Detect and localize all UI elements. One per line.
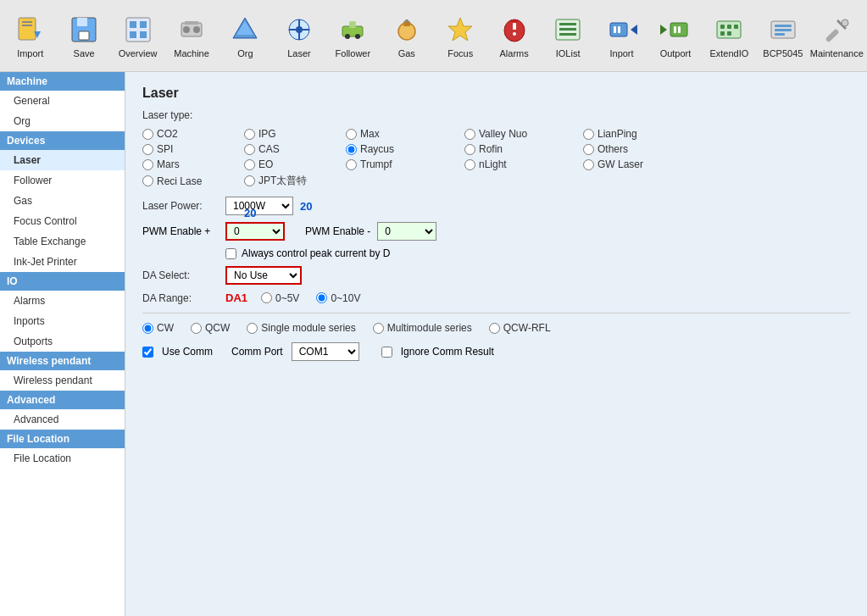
radio-ipg[interactable]: IPG (244, 128, 346, 140)
machine-button[interactable]: Machine (164, 3, 218, 69)
sidebar-item-follower[interactable]: Follower (0, 170, 125, 191)
sidebar-item-general[interactable]: General (0, 91, 125, 111)
svg-rect-10 (130, 31, 136, 38)
laser-button[interactable]: Laser (272, 3, 325, 69)
svg-rect-53 (775, 25, 792, 27)
sidebar-item-table-exchange[interactable]: Table Exchange (0, 231, 125, 252)
bcp5045-button[interactable]: BCP5045 (756, 3, 809, 69)
svg-rect-0 (19, 18, 36, 40)
maintenance-button[interactable]: Maintenance (810, 3, 864, 69)
pwm-enable-minus-select[interactable]: 012 (377, 222, 436, 241)
svg-rect-9 (140, 21, 147, 28)
radio-valleynuo[interactable]: Valley Nuo (464, 128, 583, 140)
sidebar-item-inports[interactable]: Inports (0, 311, 125, 331)
svg-point-32 (513, 32, 516, 36)
radio-others[interactable]: Others (583, 143, 685, 155)
extendio-button[interactable]: ExtendIO (703, 3, 756, 69)
svg-point-25 (355, 34, 360, 39)
maintenance-icon (820, 13, 853, 47)
radio-eo[interactable]: EO (244, 158, 346, 170)
comm-port-select[interactable]: COM1COM2COM3COM4 (292, 342, 359, 361)
sidebar-item-outports[interactable]: Outports (0, 331, 125, 352)
pwm-enable-plus-select[interactable]: 012 (225, 222, 285, 241)
sidebar-item-inkjet-printer[interactable]: Ink-Jet Printer (0, 252, 125, 272)
radio-qcw[interactable]: QCW (191, 322, 230, 334)
focus-button[interactable]: Focus (434, 3, 487, 69)
laser-power-select[interactable]: 1000W500W1500W2000W3000W (225, 197, 293, 215)
svg-rect-33 (511, 19, 518, 22)
import-button[interactable]: Import (3, 3, 57, 69)
outport-icon (659, 13, 692, 47)
follower-label: Follower (336, 48, 371, 58)
radio-max[interactable]: Max (346, 128, 464, 140)
overview-button[interactable]: Overview (111, 3, 164, 69)
radio-spi[interactable]: SPI (142, 143, 244, 155)
use-comm-checkbox[interactable] (142, 347, 153, 358)
ignore-comm-checkbox[interactable] (381, 347, 392, 358)
sidebar-section-advanced: Advanced (0, 391, 125, 409)
svg-rect-31 (513, 23, 516, 30)
radio-0-5v[interactable]: 0~5V (261, 292, 299, 304)
org-button[interactable]: Org (219, 3, 272, 69)
sidebar-item-focus-control[interactable]: Focus Control (0, 211, 125, 231)
da-select-row: DA Select: No UseDA1DA2 (142, 266, 850, 285)
mode-row: CW QCW Single module series Multimodule … (142, 322, 850, 334)
svg-rect-11 (140, 31, 147, 38)
radio-raycus[interactable]: Raycus (346, 143, 464, 155)
svg-rect-56 (825, 29, 840, 43)
radio-co2[interactable]: CO2 (142, 128, 244, 140)
da-select-select[interactable]: No UseDA1DA2 (225, 266, 302, 285)
svg-rect-47 (720, 25, 725, 29)
radio-multimodule[interactable]: Multimodule series (373, 322, 472, 334)
svg-rect-37 (559, 33, 576, 36)
sidebar-item-wireless-pendant[interactable]: Wireless pendant (0, 370, 125, 391)
page-title: Laser (142, 86, 850, 101)
import-label: Import (17, 48, 43, 58)
sidebar-item-advanced[interactable]: Advanced (0, 409, 125, 430)
radio-gwlaser[interactable]: GW Laser (583, 158, 685, 170)
radio-mars[interactable]: Mars (142, 158, 244, 170)
inport-icon (605, 13, 639, 47)
radio-qcw-rfl[interactable]: QCW-RFL (489, 322, 551, 334)
radio-nlight[interactable]: nLight (464, 158, 583, 170)
follower-button[interactable]: Follower (326, 3, 380, 69)
gas-label: Gas (398, 48, 415, 58)
radio-recilase[interactable]: Reci Lase (142, 174, 244, 188)
inport-button[interactable]: Inport (595, 3, 648, 69)
pwm-enable-minus-label: PWM Enable - (305, 225, 370, 237)
radio-cw[interactable]: CW (142, 322, 174, 334)
svg-rect-44 (674, 26, 676, 33)
sidebar-item-gas[interactable]: Gas (0, 191, 125, 211)
laser-power-label: Laser Power: (142, 200, 219, 212)
iolist-button[interactable]: IOList (541, 3, 594, 69)
svg-rect-40 (614, 26, 616, 33)
alarms-button[interactable]: Alarms (487, 3, 541, 69)
radio-single-module[interactable]: Single module series (247, 322, 355, 334)
iolist-label: IOList (556, 48, 581, 58)
radio-lianping[interactable]: LianPing (583, 128, 685, 140)
sidebar-item-org[interactable]: Org (0, 111, 125, 131)
svg-rect-50 (720, 31, 725, 36)
save-button[interactable]: Save (57, 3, 110, 69)
svg-rect-54 (775, 29, 792, 31)
always-control-checkbox[interactable] (225, 248, 236, 259)
radio-cas[interactable]: CAS (244, 143, 346, 155)
radio-jpt[interactable]: JPT太普特 (244, 174, 346, 188)
outport-button[interactable]: Outport (648, 3, 702, 69)
svg-point-24 (345, 34, 350, 39)
sidebar-item-file-location[interactable]: File Location (0, 448, 125, 469)
sidebar-item-laser[interactable]: Laser (0, 150, 125, 170)
svg-point-14 (193, 26, 200, 33)
svg-rect-5 (77, 18, 87, 26)
radio-trumpf[interactable]: Trumpf (346, 158, 464, 170)
gas-button[interactable]: Gas (380, 3, 433, 69)
ignore-comm-label: Ignore Comm Result (401, 346, 494, 358)
sidebar-item-alarms[interactable]: Alarms (0, 291, 125, 311)
radio-0-10v[interactable]: 0~10V (316, 292, 360, 304)
use-comm-row: Use Comm Comm Port COM1COM2COM3COM4 Igno… (142, 342, 850, 361)
gas-icon (390, 13, 424, 47)
alarms-icon (497, 13, 531, 47)
radio-rofin[interactable]: Rofin (464, 143, 583, 155)
extendio-icon (712, 13, 746, 47)
da-select-label: DA Select: (142, 269, 219, 281)
